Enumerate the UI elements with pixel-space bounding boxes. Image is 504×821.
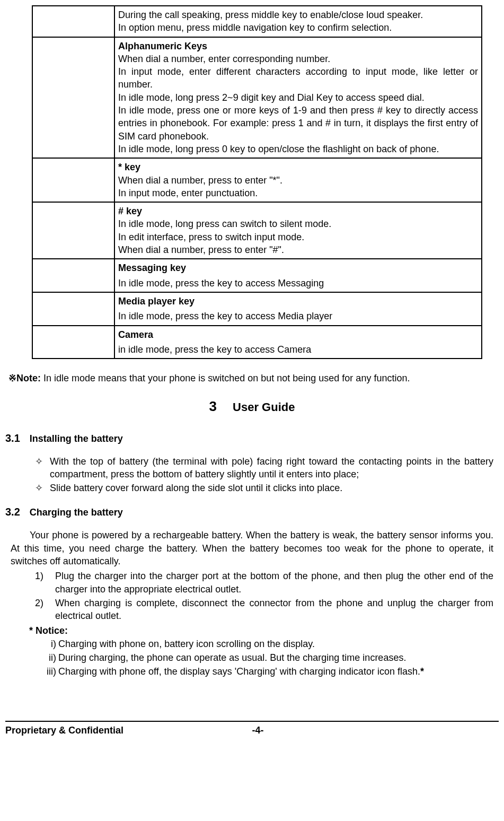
list-text: With the top of battery (the terminal wi…: [50, 455, 493, 481]
cell-label: [32, 158, 114, 202]
list-text: Plug the charger into the charger port a…: [55, 570, 493, 596]
subsection-number: 3.2: [5, 505, 20, 519]
list-text: Charging with phone on, battery icon scr…: [58, 637, 493, 650]
cell-text: In idle mode, press the key to access Me…: [118, 277, 478, 290]
cell-text: When dial a number, enter corresponding …: [118, 54, 478, 154]
cell-label: [32, 202, 114, 259]
cell-label: [32, 6, 114, 37]
page-footer: Proprietary & Confidential -4-: [5, 721, 499, 737]
keys-table: During the call speaking, press middle k…: [32, 5, 482, 359]
section-3-1-heading: 3.1Installing the battery: [5, 431, 499, 446]
subsection-number: 3.1: [5, 431, 20, 446]
cell-body: Alphanumeric Keys When dial a number, en…: [114, 37, 482, 159]
list-number: 2): [35, 597, 55, 623]
cell-label: [32, 326, 114, 359]
list-number: 1): [35, 570, 55, 596]
table-row: Alphanumeric Keys When dial a number, en…: [32, 37, 482, 159]
list-number: i): [42, 637, 58, 650]
paragraph-32: Your phone is powered by a rechargeable …: [11, 529, 493, 567]
section-number: 3: [209, 397, 217, 416]
diamond-icon: ✧: [35, 455, 50, 481]
table-row: # key In idle mode, long press can switc…: [32, 202, 482, 259]
table-row: * key When dial a number, press to enter…: [32, 158, 482, 202]
roman-list: i) Charging with phone on, battery icon …: [42, 637, 493, 678]
list-text: Slide battery cover forward along the si…: [50, 482, 493, 494]
table-row: During the call speaking, press middle k…: [32, 6, 482, 37]
cell-text: In idle mode, press the key to access Me…: [118, 310, 478, 322]
cell-body: * key When dial a number, press to enter…: [114, 158, 482, 202]
list-text: Charging with phone off, the display say…: [58, 665, 493, 678]
cell-title: * key: [118, 162, 140, 172]
table-row: Messaging key In idle mode, press the ke…: [32, 259, 482, 292]
cell-label: [32, 259, 114, 292]
cell-text: In idle mode, long press can switch to s…: [118, 219, 331, 255]
note-prefix: ※Note:: [8, 373, 43, 383]
cell-title: # key: [118, 206, 142, 216]
cell-title: Media player key: [118, 295, 478, 308]
numbered-list-32: 1) Plug the charger into the charger por…: [35, 570, 493, 622]
note: ※Note: In idle mode means that your phon…: [8, 372, 499, 385]
bullet-list-31: ✧ With the top of battery (the terminal …: [35, 455, 493, 495]
cell-body: # key In idle mode, long press can switc…: [114, 202, 482, 259]
cell-title: Alphanumeric Keys: [118, 41, 207, 51]
subsection-title: Installing the battery: [30, 433, 123, 444]
footer-page-number: -4-: [252, 724, 499, 737]
list-item: iii) Charging with phone off, the displa…: [42, 665, 493, 678]
list-number: iii): [42, 665, 58, 678]
cell-body: Camera in idle mode, press the key to ac…: [114, 326, 482, 359]
cell-body: Messaging key In idle mode, press the ke…: [114, 259, 482, 292]
cell-text: When dial a number, press to enter "*". …: [118, 175, 282, 198]
list-item: ✧ With the top of battery (the terminal …: [35, 455, 493, 481]
cell-label: [32, 37, 114, 159]
note-text: In idle mode means that your phone is sw…: [43, 373, 410, 383]
cell-label: [32, 292, 114, 326]
list-item: ✧ Slide battery cover forward along the …: [35, 482, 493, 494]
section-3-2-heading: 3.2Charging the battery: [5, 505, 499, 519]
list-item: i) Charging with phone on, battery icon …: [42, 637, 493, 650]
cell-title: Camera: [118, 328, 478, 341]
cell-body: During the call speaking, press middle k…: [114, 6, 482, 37]
notice-label: * Notice:: [29, 624, 499, 637]
diamond-icon: ✧: [35, 482, 50, 494]
cell-title: Messaging key: [118, 261, 478, 274]
section-title: User Guide: [233, 400, 295, 414]
list-text: When charging is complete, disconnect th…: [55, 597, 493, 623]
cell-text: in idle mode, press the key to access Ca…: [118, 343, 478, 356]
cell-body: Media player key In idle mode, press the…: [114, 292, 482, 326]
subsection-title: Charging the battery: [30, 507, 123, 518]
section-3-heading: 3User Guide: [5, 397, 499, 416]
list-item: 2) When charging is complete, disconnect…: [35, 597, 493, 623]
list-item: 1) Plug the charger into the charger por…: [35, 570, 493, 596]
table-row: Media player key In idle mode, press the…: [32, 292, 482, 326]
table-row: Camera in idle mode, press the key to ac…: [32, 326, 482, 359]
list-number: ii): [42, 651, 58, 664]
footer-left: Proprietary & Confidential: [5, 724, 252, 737]
list-text: During charging, the phone can operate a…: [58, 651, 493, 664]
list-item: ii) During charging, the phone can opera…: [42, 651, 493, 664]
